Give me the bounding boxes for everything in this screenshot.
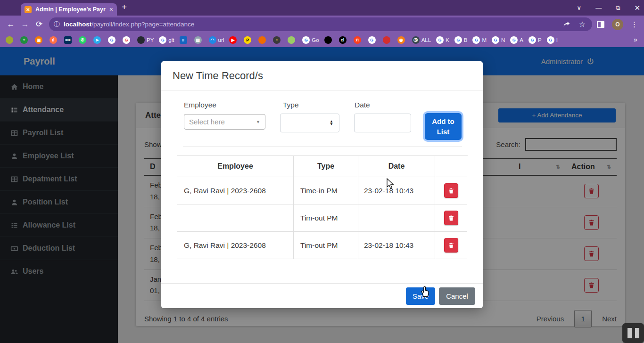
record-action bbox=[435, 204, 467, 232]
bookmark-favicon-icon: ➤ bbox=[93, 36, 101, 44]
modal-header: New Time Record/s bbox=[161, 61, 483, 90]
tab-close-icon[interactable]: × bbox=[109, 6, 113, 13]
bookmark[interactable]: ◉ bbox=[397, 36, 407, 44]
modal-title: New Time Record/s bbox=[173, 70, 263, 82]
time-record-row: G, Ravi Ravi | 2023-2608 Time-in PM 23-0… bbox=[177, 177, 468, 204]
remove-record-button[interactable] bbox=[444, 183, 458, 198]
site-info-icon[interactable]: ⓘ bbox=[54, 20, 60, 29]
bookmark[interactable]: ➤ bbox=[93, 36, 103, 44]
bookmark[interactable] bbox=[258, 36, 268, 44]
bookmark[interactable]: ▶ bbox=[229, 36, 239, 44]
type-select[interactable]: ▲▼ bbox=[280, 114, 339, 132]
record-employee: G, Ravi Ravi | 2023-2608 bbox=[177, 177, 294, 204]
share-icon[interactable] bbox=[562, 20, 570, 28]
bookmarks-overflow-chevron[interactable]: » bbox=[634, 36, 637, 43]
bookmark-favicon-icon: + bbox=[20, 36, 28, 44]
bookmark-star-icon[interactable]: ☆ bbox=[579, 20, 586, 29]
new-tab-button[interactable]: + bbox=[122, 2, 127, 12]
bookmark[interactable]: ✆ bbox=[79, 36, 88, 44]
record-type: Time-in PM bbox=[294, 177, 358, 204]
restore-button[interactable]: ⧉ bbox=[616, 4, 620, 12]
bookmark[interactable]: ||| bbox=[180, 36, 189, 44]
bookmark[interactable] bbox=[324, 36, 334, 44]
bookmark-favicon-icon: ||| bbox=[180, 36, 187, 44]
bookmark[interactable] bbox=[288, 36, 297, 44]
record-date bbox=[358, 204, 435, 232]
bookmark[interactable]: G git bbox=[159, 36, 174, 44]
xampp-favicon-icon: ✕ bbox=[25, 6, 32, 13]
bookmark[interactable]: G bbox=[368, 36, 378, 44]
bookmark[interactable]: G K bbox=[436, 36, 449, 44]
trash-icon bbox=[448, 188, 454, 194]
forward-button[interactable]: → bbox=[18, 20, 32, 29]
recorder-pause-button[interactable] bbox=[622, 323, 644, 343]
bookmark-favicon-icon: G bbox=[159, 36, 166, 44]
profile-avatar[interactable]: O bbox=[612, 19, 623, 30]
bookmark-favicon-icon: G bbox=[492, 36, 499, 44]
remove-record-button[interactable] bbox=[444, 238, 458, 253]
employee-select[interactable]: Select here ▼ bbox=[184, 114, 265, 130]
time-record-row: Tim-out PM bbox=[177, 204, 468, 232]
modal-footer: Save Cancel bbox=[161, 283, 483, 308]
bookmark-favicon-icon: ▣ bbox=[35, 36, 42, 44]
bookmark[interactable]: + bbox=[20, 36, 30, 44]
cancel-button[interactable]: Cancel bbox=[439, 287, 475, 305]
bookmark[interactable]: IEEE bbox=[64, 36, 74, 44]
bookmark-label: N bbox=[501, 37, 505, 43]
add-to-list-button[interactable]: Add toList bbox=[425, 113, 462, 140]
reload-button[interactable]: ⟳ bbox=[32, 19, 46, 29]
bookmark[interactable]: ▤ bbox=[194, 36, 204, 44]
bookmark-favicon-icon bbox=[137, 36, 145, 44]
trash-icon bbox=[448, 215, 454, 221]
time-record-row: G, Ravi Ravi | 2023-2608 Tim-out PM 23-0… bbox=[177, 232, 468, 259]
pause-bar-icon bbox=[627, 328, 632, 338]
header-type: Type bbox=[294, 156, 358, 177]
header-date: Date bbox=[358, 156, 435, 177]
back-button[interactable]: ← bbox=[4, 20, 18, 29]
bookmark[interactable]: G bbox=[123, 36, 132, 44]
bookmark[interactable] bbox=[383, 36, 392, 44]
bookmark-favicon-icon: ▶ bbox=[229, 36, 237, 44]
bookmark[interactable]: • bbox=[273, 36, 282, 44]
bookmark[interactable]: ıl bbox=[50, 36, 59, 44]
bookmark[interactable]: G N bbox=[492, 36, 505, 44]
bookmark-favicon-icon: G bbox=[547, 36, 554, 44]
side-panel-icon[interactable] bbox=[597, 21, 604, 28]
header-action bbox=[435, 156, 467, 177]
minimize-button[interactable]: — bbox=[595, 4, 602, 11]
trash-icon bbox=[448, 242, 454, 249]
record-date: 23-02-18 10:43 bbox=[358, 177, 435, 204]
date-input[interactable] bbox=[354, 114, 411, 132]
bookmark[interactable]: ▣ bbox=[35, 36, 44, 44]
bookmark[interactable]: PY bbox=[137, 36, 154, 44]
bookmark[interactable]: G bbox=[108, 36, 117, 44]
remove-record-button[interactable] bbox=[444, 211, 458, 225]
browser-tab[interactable]: ✕ Admin | Employee's Payroll × bbox=[21, 3, 117, 16]
new-time-record-modal: New Time Record/s Employee Type Date Sel… bbox=[161, 61, 483, 308]
tab-search-chevron-icon[interactable]: ∨ bbox=[577, 4, 582, 11]
bookmark-favicon-icon: ◠ bbox=[209, 36, 216, 44]
screen: ✕ Admin | Employee's Payroll × + ∨ — ⧉ ✕… bbox=[0, 0, 644, 343]
browser-menu-icon[interactable]: ⋮ bbox=[631, 20, 638, 29]
bookmark[interactable]: G B bbox=[454, 36, 468, 44]
bookmark[interactable]: G I bbox=[547, 36, 558, 44]
bookmark[interactable]: G M bbox=[472, 36, 487, 44]
bookmark[interactable] bbox=[6, 36, 15, 44]
bookmark-label: K bbox=[446, 37, 449, 43]
divider bbox=[183, 146, 462, 147]
bookmark[interactable]: G P bbox=[528, 36, 542, 44]
bookmark[interactable]: ◠ url bbox=[209, 36, 224, 44]
bookmark[interactable]: Я bbox=[354, 36, 363, 44]
save-button[interactable]: Save bbox=[406, 287, 435, 305]
address-bar[interactable]: ⓘ localhost/payroll/index.php?page=atten… bbox=[49, 17, 592, 31]
bookmark[interactable]: cl bbox=[339, 36, 348, 44]
bookmark-label: ALL bbox=[421, 37, 431, 43]
close-button[interactable]: ✕ bbox=[634, 4, 640, 12]
bookmark-label: url bbox=[218, 37, 224, 43]
record-action bbox=[435, 232, 467, 259]
browser-tab-strip: ✕ Admin | Employee's Payroll × + ∨ — ⧉ ✕ bbox=[0, 0, 644, 16]
bookmark[interactable]: G A bbox=[510, 36, 523, 44]
bookmark[interactable]: Ⓢ ALL bbox=[412, 36, 431, 44]
bookmark[interactable]: P bbox=[244, 36, 253, 44]
bookmark[interactable]: G Go bbox=[302, 36, 319, 44]
